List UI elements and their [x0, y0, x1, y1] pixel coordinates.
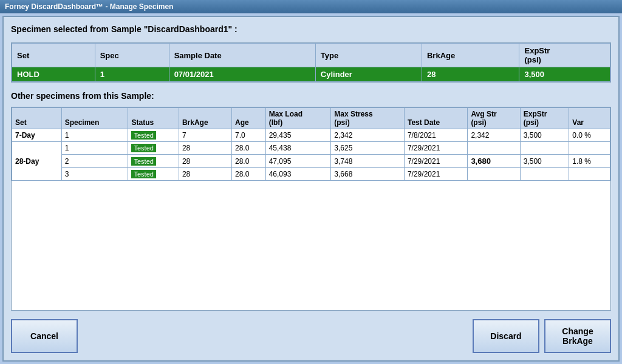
row-var — [569, 168, 610, 181]
row-age: 28.0 — [231, 155, 265, 168]
row-brkage: 28 — [179, 155, 231, 168]
bcol-var: Var — [569, 108, 610, 129]
cancel-button[interactable]: Cancel — [11, 319, 78, 353]
row-set-label: 7-Day — [12, 129, 62, 142]
bcol-maxstress: Max Stress(psi) — [331, 108, 405, 129]
bcol-specimen: Specimen — [61, 108, 128, 129]
top-table-selected-row: HOLD 1 07/01/2021 Cylinder 28 3,500 — [12, 67, 610, 82]
top-row-brkage: 28 — [422, 67, 519, 82]
title-bar: Forney DiscardDashboard™ - Manage Specim… — [0, 0, 622, 13]
top-row-sample-date: 07/01/2021 — [169, 67, 315, 82]
top-table: Set Spec Sample Date Type BrkAge ExpStr(… — [12, 43, 610, 82]
table-row: 2Tested2828.047,0953,7487/29/20213,6803,… — [12, 155, 610, 168]
top-row-expstr: 3,500 — [519, 67, 610, 82]
row-age: 28.0 — [231, 168, 265, 181]
row-maxload: 29,435 — [265, 129, 331, 142]
row-expstr: 3,500 — [520, 155, 569, 168]
row-set-label: 28-Day — [12, 142, 62, 181]
title-text: Forney DiscardDashboard™ - Manage Specim… — [5, 2, 173, 11]
row-var — [569, 142, 610, 155]
row-avgstr — [468, 168, 520, 181]
bcol-brkage: BrkAge — [179, 108, 231, 129]
row-avgstr — [468, 142, 520, 155]
row-status: Tested — [128, 168, 179, 181]
row-testdate: 7/8/2021 — [404, 129, 467, 142]
col-type: Type — [315, 44, 422, 67]
row-status: Tested — [128, 155, 179, 168]
top-table-container: Set Spec Sample Date Type BrkAge ExpStr(… — [11, 42, 611, 83]
row-specimen: 2 — [61, 155, 128, 168]
right-buttons: Discard Change BrkAge — [473, 319, 611, 353]
col-sample-date: Sample Date — [169, 44, 315, 67]
row-avgstr: 3,680 — [468, 155, 520, 168]
top-row-spec: 1 — [95, 67, 169, 82]
bcol-avgstr: Avg Str(psi) — [468, 108, 520, 129]
bcol-age: Age — [231, 108, 265, 129]
table-row: 3Tested2828.046,0933,6687/29/2021 — [12, 168, 610, 181]
bcol-set: Set — [12, 108, 62, 129]
main-content: Specimen selected from Sample "DiscardDa… — [2, 16, 620, 362]
row-maxstress: 3,748 — [331, 155, 405, 168]
row-avgstr: 2,342 — [468, 129, 520, 142]
col-expstr: ExpStr(psi) — [519, 44, 610, 67]
bottom-table: Set Specimen Status BrkAge Age Max Load(… — [12, 107, 610, 181]
row-expstr: 3,500 — [520, 129, 569, 142]
row-testdate: 7/29/2021 — [404, 142, 467, 155]
col-spec: Spec — [95, 44, 169, 67]
row-testdate: 7/29/2021 — [404, 155, 467, 168]
row-age: 28.0 — [231, 142, 265, 155]
col-brkage: BrkAge — [422, 44, 519, 67]
row-expstr — [520, 168, 569, 181]
row-specimen: 1 — [61, 142, 128, 155]
row-var: 0.0 % — [569, 129, 610, 142]
row-age: 7.0 — [231, 129, 265, 142]
row-maxload: 46,093 — [265, 168, 331, 181]
row-maxstress: 3,668 — [331, 168, 405, 181]
row-maxload: 47,095 — [265, 155, 331, 168]
row-brkage: 28 — [179, 142, 231, 155]
sample-header: Specimen selected from Sample "DiscardDa… — [11, 24, 611, 34]
row-status: Tested — [128, 142, 179, 155]
row-maxstress: 3,625 — [331, 142, 405, 155]
bottom-table-container: Set Specimen Status BrkAge Age Max Load(… — [11, 107, 611, 311]
discard-button[interactable]: Discard — [473, 319, 539, 353]
col-set: Set — [12, 44, 95, 67]
other-specimens-header: Other specimens from this Sample: — [11, 91, 611, 101]
row-brkage: 7 — [179, 129, 231, 142]
top-row-type: Cylinder — [315, 67, 422, 82]
table-row: 28-Day1Tested2828.045,4383,6257/29/2021 — [12, 142, 610, 155]
table-row: 7-Day1Tested77.029,4352,3427/8/20212,342… — [12, 129, 610, 142]
change-brkage-button[interactable]: Change BrkAge — [544, 319, 611, 353]
row-status: Tested — [128, 129, 179, 142]
row-brkage: 28 — [179, 168, 231, 181]
row-expstr — [520, 142, 569, 155]
bcol-status: Status — [128, 108, 179, 129]
bcol-maxload: Max Load(lbf) — [265, 108, 331, 129]
row-testdate: 7/29/2021 — [404, 168, 467, 181]
row-specimen: 1 — [61, 129, 128, 142]
bcol-testdate: Test Date — [404, 108, 467, 129]
row-var: 1.8 % — [569, 155, 610, 168]
top-row-set: HOLD — [12, 67, 95, 82]
buttons-row: Cancel Discard Change BrkAge — [11, 319, 611, 353]
bcol-expstr: ExpStr(psi) — [520, 108, 569, 129]
row-specimen: 3 — [61, 168, 128, 181]
row-maxstress: 2,342 — [331, 129, 405, 142]
row-maxload: 45,438 — [265, 142, 331, 155]
